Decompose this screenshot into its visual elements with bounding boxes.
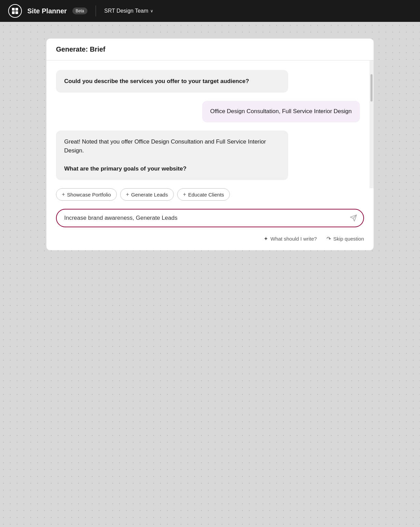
skip-label: Skip question xyxy=(333,236,364,242)
svg-rect-1 xyxy=(15,8,18,11)
bot-message-2-plain: Great! Noted that you offer Office Desig… xyxy=(64,138,266,154)
chip-label-3: Educate Clients xyxy=(188,192,224,198)
team-name: SRT Design Team xyxy=(104,8,148,14)
input-row xyxy=(46,206,374,233)
bot-message-2-question: What are the primary goals of your websi… xyxy=(64,165,186,172)
chips-row: + Showcase Portfolio + Generate Leads + … xyxy=(46,188,374,206)
bottom-actions: ✦ What should I write? ↷ Skip question xyxy=(46,233,374,250)
chip-educate-clients[interactable]: + Educate Clients xyxy=(177,188,230,201)
lightbulb-icon: ✦ xyxy=(264,235,268,242)
send-button[interactable] xyxy=(350,214,357,222)
answer-input[interactable] xyxy=(64,215,346,221)
generate-brief-card: Generate: Brief Could you describe the s… xyxy=(46,38,374,251)
user-message-1-text: Office Design Consultation, Full Service… xyxy=(210,108,352,114)
scrollbar-thumb[interactable] xyxy=(370,74,373,102)
chevron-down-icon: ∨ xyxy=(150,9,153,13)
chat-messages: Could you describe the services you offe… xyxy=(46,60,369,188)
user-message-1: Office Design Consultation, Full Service… xyxy=(202,101,360,122)
bot-message-1-text: Could you describe the services you offe… xyxy=(64,78,249,84)
svg-rect-3 xyxy=(15,11,18,14)
input-container xyxy=(56,209,364,227)
main-area: Generate: Brief Could you describe the s… xyxy=(0,22,420,527)
skip-action[interactable]: ↷ Skip question xyxy=(326,235,364,242)
hint-label: What should I write? xyxy=(270,236,317,242)
app-title: Site Planner xyxy=(27,7,67,15)
skip-icon: ↷ xyxy=(326,235,331,242)
svg-rect-0 xyxy=(12,8,15,11)
beta-badge: Beta xyxy=(72,8,88,14)
card-header: Generate: Brief xyxy=(46,39,374,60)
bot-message-2: Great! Noted that you offer Office Desig… xyxy=(56,131,288,180)
topbar-divider xyxy=(96,5,96,16)
chat-area: Could you describe the services you offe… xyxy=(46,60,374,188)
chip-label-1: Showcase Portfolio xyxy=(67,192,111,198)
chip-generate-leads[interactable]: + Generate Leads xyxy=(120,188,174,201)
chip-label-2: Generate Leads xyxy=(131,192,168,198)
chip-showcase-portfolio[interactable]: + Showcase Portfolio xyxy=(56,188,117,201)
hint-action[interactable]: ✦ What should I write? xyxy=(264,235,317,242)
scrollbar-track[interactable] xyxy=(369,60,374,188)
team-selector[interactable]: SRT Design Team ∨ xyxy=(104,8,153,14)
topbar: Site Planner Beta SRT Design Team ∨ xyxy=(0,0,420,22)
chip-plus-icon-3: + xyxy=(183,191,186,198)
chip-plus-icon-2: + xyxy=(126,191,129,198)
chip-plus-icon-1: + xyxy=(62,191,65,198)
app-logo xyxy=(8,4,22,18)
bot-message-1: Could you describe the services you offe… xyxy=(56,70,288,93)
svg-rect-2 xyxy=(12,11,15,14)
card-title: Generate: Brief xyxy=(56,45,106,53)
